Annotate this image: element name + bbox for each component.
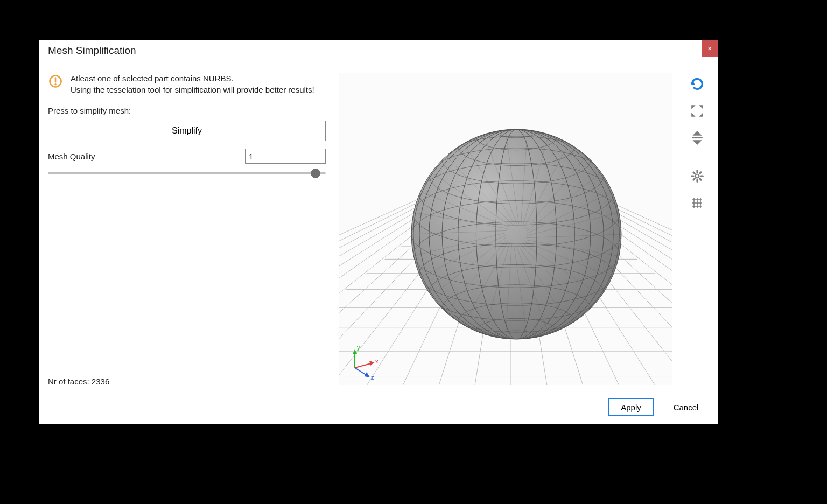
collapse-icon[interactable] — [689, 130, 705, 146]
cancel-button[interactable]: Cancel — [663, 398, 709, 416]
mesh-quality-input[interactable] — [245, 149, 326, 164]
svg-text:z: z — [371, 374, 374, 381]
svg-rect-130 — [692, 137, 702, 138]
viewport-toolbar — [685, 73, 709, 388]
preview-viewport[interactable]: y x z — [339, 73, 672, 385]
grid-icon[interactable] — [689, 195, 705, 211]
titlebar: Mesh Simplification × — [39, 40, 718, 60]
svg-marker-127 — [699, 113, 703, 117]
svg-point-131 — [696, 174, 699, 178]
slider-track — [48, 172, 326, 174]
simplify-button[interactable]: Simplify — [48, 121, 326, 141]
faces-count: Nr of faces: 2336 — [48, 377, 326, 388]
toolbar-divider — [689, 157, 705, 157]
svg-marker-124 — [691, 105, 696, 109]
svg-text:y: y — [357, 344, 360, 351]
reload-icon[interactable] — [689, 76, 705, 92]
close-icon: × — [707, 45, 712, 52]
svg-marker-129 — [692, 140, 702, 145]
close-button[interactable]: × — [702, 40, 718, 57]
dialog-footer: Apply Cancel — [608, 398, 709, 416]
warning-line-2: Using the tesselation tool for simplific… — [71, 84, 314, 95]
slider-thumb[interactable] — [311, 169, 320, 178]
mesh-quality-slider[interactable] — [48, 167, 326, 181]
settings-icon[interactable] — [689, 168, 705, 184]
svg-marker-126 — [691, 113, 696, 117]
svg-point-2 — [54, 83, 57, 86]
svg-text:x: x — [375, 358, 379, 365]
svg-marker-125 — [699, 105, 703, 109]
nurbs-warning: Atleast one of selected part contains NU… — [48, 73, 326, 95]
warning-text: Atleast one of selected part contains NU… — [71, 73, 314, 95]
fit-view-icon[interactable] — [689, 103, 705, 119]
press-label: Press to simplify mesh: — [48, 106, 326, 115]
dialog-title: Mesh Simplification — [39, 40, 145, 57]
mesh-quality-label: Mesh Quality — [48, 152, 95, 161]
svg-marker-128 — [692, 131, 702, 136]
warning-icon — [48, 74, 63, 89]
mesh-simplification-dialog: Mesh Simplification × Atleast one of sel… — [39, 40, 718, 424]
warning-line-1: Atleast one of selected part contains NU… — [71, 73, 314, 84]
apply-button[interactable]: Apply — [608, 398, 654, 416]
settings-panel: Atleast one of selected part contains NU… — [48, 73, 326, 388]
